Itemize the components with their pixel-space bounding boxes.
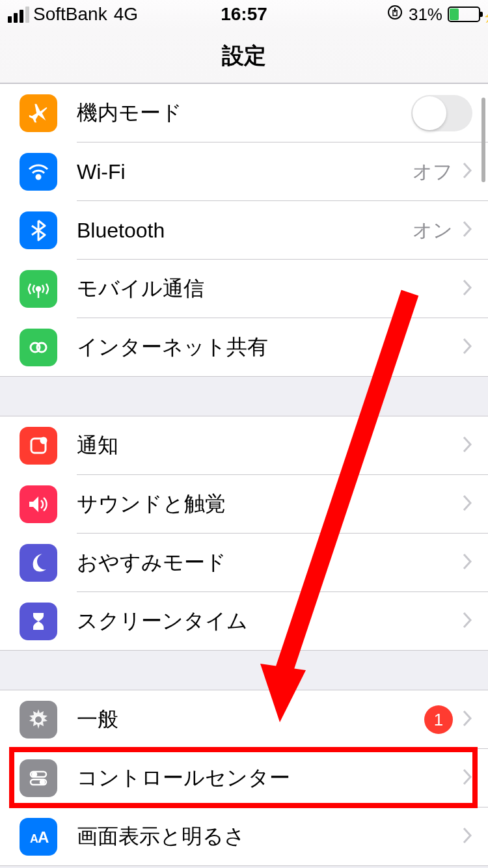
svg-point-12 xyxy=(33,772,36,776)
svg-point-6 xyxy=(37,343,46,352)
battery-icon: ⚡ xyxy=(448,7,480,22)
battery-percent-label: 31% xyxy=(409,5,442,25)
row-value: オフ xyxy=(413,159,453,185)
hourglass-icon xyxy=(20,603,57,640)
row-label: 通知 xyxy=(77,431,462,460)
svg-point-10 xyxy=(35,716,42,723)
text-size-icon: AA xyxy=(20,818,57,856)
svg-point-2 xyxy=(36,175,40,179)
row-dnd[interactable]: おやすみモード xyxy=(0,534,488,592)
chevron-right-icon xyxy=(462,709,472,730)
moon-icon xyxy=(20,544,57,582)
chevron-right-icon xyxy=(462,611,472,632)
chevron-right-icon xyxy=(462,161,472,182)
nav-header: 設定 xyxy=(0,29,488,83)
chevron-right-icon xyxy=(462,826,472,847)
notifications-icon xyxy=(20,427,57,465)
row-label: モバイル通信 xyxy=(77,275,462,303)
svg-point-14 xyxy=(40,780,44,784)
row-label: コントロールセンター xyxy=(77,764,462,793)
row-label: インターネット共有 xyxy=(77,333,462,362)
status-bar: SoftBank 4G 16:57 31% ⚡ xyxy=(0,0,488,29)
settings-group-alerts: 通知 サウンドと触覚 おやすみモード スクリーンタイム xyxy=(0,416,488,651)
row-label: 機内モード xyxy=(77,99,411,128)
carrier-label: SoftBank xyxy=(33,4,107,25)
hotspot-icon xyxy=(20,329,57,366)
chevron-right-icon xyxy=(462,435,472,456)
row-label: サウンドと触覚 xyxy=(77,490,462,519)
rotation-lock-icon xyxy=(386,4,403,25)
control-center-icon xyxy=(20,759,57,797)
row-bluetooth[interactable]: Bluetooth オン xyxy=(0,201,488,260)
chevron-right-icon xyxy=(462,552,472,573)
network-type-label: 4G xyxy=(114,4,138,25)
clock-label: 16:57 xyxy=(221,4,267,25)
row-wifi[interactable]: Wi-Fi オフ xyxy=(0,142,488,201)
row-label: おやすみモード xyxy=(77,549,462,577)
settings-group-network: 機内モード Wi-Fi オフ Bluetooth オン モバイル通信 インターネ xyxy=(0,83,488,377)
airplane-icon xyxy=(20,94,57,132)
row-control-center[interactable]: コントロールセンター xyxy=(0,749,488,807)
cellular-signal-icon xyxy=(8,7,29,23)
row-sounds[interactable]: サウンドと触覚 xyxy=(0,475,488,534)
sounds-icon xyxy=(20,485,57,523)
row-general[interactable]: 一般 1 xyxy=(0,690,488,749)
notification-badge: 1 xyxy=(424,705,453,734)
chevron-right-icon xyxy=(462,220,472,241)
row-hotspot[interactable]: インターネット共有 xyxy=(0,318,488,377)
scrollbar[interactable] xyxy=(481,98,485,182)
row-label: 一般 xyxy=(77,705,424,734)
row-airplane-mode[interactable]: 機内モード xyxy=(0,84,488,142)
row-screentime[interactable]: スクリーンタイム xyxy=(0,592,488,651)
chevron-right-icon xyxy=(462,494,472,515)
row-display[interactable]: AA 画面表示と明るさ xyxy=(0,807,488,866)
gear-icon xyxy=(20,701,57,739)
row-cellular[interactable]: モバイル通信 xyxy=(0,260,488,318)
airplane-switch[interactable] xyxy=(411,95,472,131)
row-label: Wi-Fi xyxy=(77,160,413,184)
row-label: スクリーンタイム xyxy=(77,607,462,636)
svg-point-8 xyxy=(41,438,46,443)
page-title: 設定 xyxy=(222,41,266,71)
row-label: 画面表示と明るさ xyxy=(77,822,462,851)
cellular-icon xyxy=(20,270,57,308)
row-value: オン xyxy=(413,217,453,244)
settings-group-system: 一般 1 コントロールセンター AA 画面表示と明るさ xyxy=(0,690,488,866)
wifi-icon xyxy=(20,153,57,191)
chevron-right-icon xyxy=(462,278,472,299)
row-notifications[interactable]: 通知 xyxy=(0,416,488,475)
chevron-right-icon xyxy=(462,768,472,789)
bluetooth-icon xyxy=(20,211,57,249)
svg-text:A: A xyxy=(38,828,49,846)
row-label: Bluetooth xyxy=(77,219,413,243)
chevron-right-icon xyxy=(462,337,472,358)
